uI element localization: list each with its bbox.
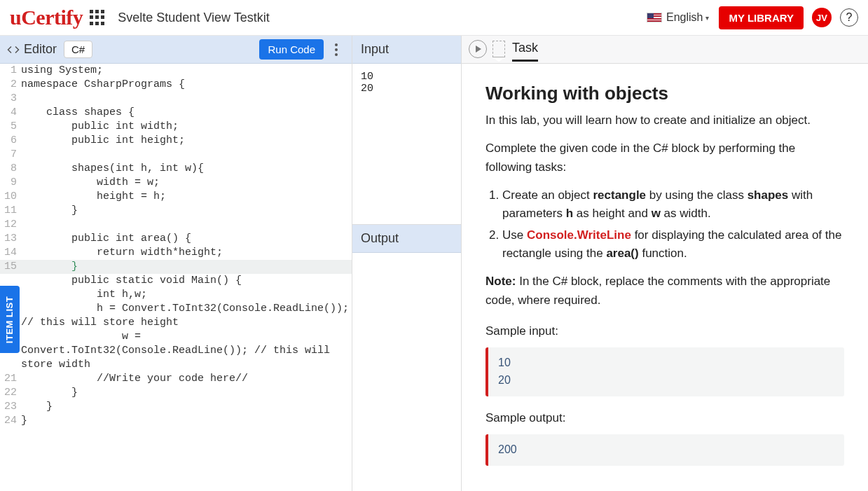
- code-text: using System;: [21, 64, 352, 78]
- input-section: Input 10 20: [352, 36, 461, 225]
- code-line[interactable]: 15 }: [0, 260, 352, 274]
- code-text: w = Convert.ToInt32(Console.ReadLine());…: [21, 330, 352, 372]
- line-number: 14: [0, 246, 21, 260]
- code-line[interactable]: 10 height = h;: [0, 190, 352, 204]
- line-number: 12: [0, 218, 21, 232]
- line-number: 21: [0, 372, 21, 386]
- sample-input-box: 10 20: [485, 347, 844, 396]
- input-header: Input: [352, 36, 461, 64]
- code-line[interactable]: 11 }: [0, 204, 352, 218]
- play-button[interactable]: [469, 40, 487, 58]
- code-text: return width*height;: [21, 246, 352, 260]
- code-line[interactable]: 24}: [0, 414, 352, 428]
- code-line[interactable]: 2namespace CsharpPrograms {: [0, 78, 352, 92]
- code-text: public int area() {: [21, 232, 352, 246]
- line-number: 10: [0, 190, 21, 204]
- item-list-tab[interactable]: ITEM LIST: [0, 286, 20, 353]
- task-complete-text: Complete the given code in the C# block …: [485, 139, 844, 177]
- code-line[interactable]: 5 public int width;: [0, 120, 352, 134]
- task-panel: Task Working with objects In this lab, y…: [462, 36, 868, 491]
- editor-panel: Editor C# Run Code 1using System;2namesp…: [0, 36, 352, 491]
- tab-task[interactable]: Task: [512, 36, 538, 62]
- code-line[interactable]: int h,w;: [0, 288, 352, 302]
- play-icon: [476, 46, 481, 53]
- brand-logo[interactable]: uCertify: [10, 6, 83, 29]
- task-note: Note: In the C# block, replace the comme…: [485, 272, 844, 310]
- output-header: Output: [352, 225, 461, 253]
- code-line[interactable]: 3: [0, 92, 352, 106]
- code-icon: [7, 43, 20, 56]
- code-line[interactable]: 8 shapes(int h, int w){: [0, 162, 352, 176]
- item-list-label: ITEM LIST: [5, 296, 15, 343]
- task-steps: Create an object rectangle by using the …: [485, 186, 844, 263]
- line-number: 24: [0, 414, 21, 428]
- language-chip[interactable]: C#: [64, 41, 92, 58]
- line-number: 4: [0, 106, 21, 120]
- code-text: height = h;: [21, 190, 352, 204]
- editor-more-menu-icon[interactable]: [328, 43, 345, 56]
- help-button[interactable]: ?: [840, 8, 858, 27]
- code-text: }: [21, 400, 352, 414]
- task-step-1: Create an object rectangle by using the …: [502, 186, 844, 223]
- run-code-button[interactable]: Run Code: [259, 39, 324, 60]
- line-number: 6: [0, 134, 21, 148]
- flag-us-icon: [647, 13, 662, 22]
- line-number: 11: [0, 204, 21, 218]
- app-header: uCertify Svelte Student View Testkit Eng…: [0, 0, 868, 36]
- bookmark-icon[interactable]: [492, 41, 505, 57]
- sample-output-box: 200: [485, 434, 844, 466]
- code-editor[interactable]: 1using System;2namespace CsharpPrograms …: [0, 64, 352, 491]
- code-text: [21, 92, 352, 106]
- line-number: 2: [0, 78, 21, 92]
- my-library-button[interactable]: MY LIBRARY: [719, 6, 804, 29]
- line-number: 23: [0, 400, 21, 414]
- language-label: English: [666, 11, 703, 24]
- line-number: 9: [0, 176, 21, 190]
- code-text: }: [21, 414, 352, 428]
- line-number: 1: [0, 64, 21, 78]
- code-line[interactable]: public static void Main() {: [0, 274, 352, 288]
- code-text: int h,w;: [21, 288, 352, 302]
- code-text: }: [21, 260, 352, 274]
- code-line[interactable]: 20 w = Convert.ToInt32(Console.ReadLine(…: [0, 330, 352, 372]
- code-text: public int height;: [21, 134, 352, 148]
- line-number: 3: [0, 92, 21, 106]
- output-body: [352, 253, 461, 267]
- page-title: Svelte Student View Testkit: [118, 11, 269, 25]
- code-line[interactable]: 1using System;: [0, 64, 352, 78]
- code-text: class shapes {: [21, 106, 352, 120]
- task-toolbar: Task: [462, 36, 868, 64]
- line-number: 15: [0, 260, 21, 274]
- task-intro: In this lab, you will learn how to creat…: [485, 111, 844, 130]
- code-line[interactable]: 23 }: [0, 400, 352, 414]
- task-content: Working with objects In this lab, you wi…: [462, 64, 868, 491]
- editor-toolbar: Editor C# Run Code: [0, 36, 352, 64]
- line-number: 7: [0, 148, 21, 162]
- code-line[interactable]: 14 return width*height;: [0, 246, 352, 260]
- line-number: 13: [0, 232, 21, 246]
- code-text: shapes(int h, int w){: [21, 162, 352, 176]
- code-text: }: [21, 386, 352, 400]
- code-line[interactable]: h = Convert.ToInt32(Console.ReadLine());…: [0, 302, 352, 330]
- line-number: 22: [0, 386, 21, 400]
- input-body[interactable]: 10 20: [352, 64, 461, 102]
- language-selector[interactable]: English ▾: [647, 11, 709, 24]
- user-avatar[interactable]: JV: [812, 8, 832, 27]
- apps-grid-icon[interactable]: [90, 10, 105, 25]
- code-line[interactable]: 6 public int height;: [0, 134, 352, 148]
- line-number: 8: [0, 162, 21, 176]
- code-text: public int width;: [21, 120, 352, 134]
- code-line[interactable]: 22 }: [0, 386, 352, 400]
- code-line[interactable]: 9 width = w;: [0, 176, 352, 190]
- task-step-2: Use Console.WriteLine for displaying the…: [502, 226, 844, 263]
- line-number: 5: [0, 120, 21, 134]
- code-line[interactable]: 21 //Write your code here//: [0, 372, 352, 386]
- code-line[interactable]: 12: [0, 218, 352, 232]
- code-line[interactable]: 7: [0, 148, 352, 162]
- code-line[interactable]: 13 public int area() {: [0, 232, 352, 246]
- code-line[interactable]: 4 class shapes {: [0, 106, 352, 120]
- code-text: [21, 218, 352, 232]
- code-text: h = Convert.ToInt32(Console.ReadLine());…: [21, 302, 352, 330]
- sample-output-label: Sample output:: [485, 409, 844, 427]
- chevron-down-icon: ▾: [705, 14, 709, 22]
